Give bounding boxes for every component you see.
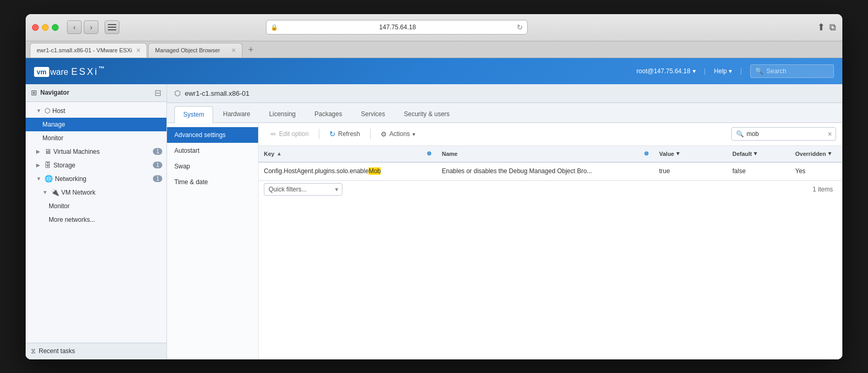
refresh-icon: ↻ bbox=[329, 130, 336, 138]
address-text: 147.75.64.18 bbox=[281, 24, 514, 31]
back-button[interactable]: ‹ bbox=[67, 20, 82, 34]
col-header-value[interactable]: Value ▾ bbox=[654, 146, 727, 162]
tab-esxi-label: ewr1-c1.small.x86-01 - VMware ESXi bbox=[37, 47, 132, 53]
filter-search[interactable]: 🔍 × bbox=[731, 127, 836, 141]
sidebar-item-vmnetwork[interactable]: ▼ 🔌 VM Network bbox=[26, 186, 166, 199]
networking-expand-icon: ▼ bbox=[36, 176, 42, 182]
vmware-logo: vmware ESXi™ bbox=[34, 65, 105, 77]
table-row[interactable]: Config.HostAgent.plugins.solo.enableMob … bbox=[259, 163, 842, 180]
sidebar-item-storage[interactable]: ▶ 🗄 Storage 1 bbox=[26, 159, 166, 172]
page-refresh-button[interactable]: ↻ bbox=[517, 23, 523, 31]
quick-filter-select[interactable]: Quick filters... bbox=[264, 183, 342, 196]
settings-sidebar: Advanced settings Autostart Swap Time & … bbox=[167, 123, 259, 359]
cell-overridden: Yes bbox=[790, 163, 842, 180]
col-header-key[interactable]: Key ▲ ⊛ bbox=[259, 146, 437, 162]
edit-option-button[interactable]: ✏ Edit option bbox=[265, 127, 315, 141]
traffic-lights bbox=[32, 24, 59, 31]
forward-button[interactable]: › bbox=[84, 20, 98, 34]
tab-mob[interactable]: Managed Object Browser × bbox=[148, 43, 242, 58]
share-button[interactable]: ⬆ bbox=[817, 21, 825, 33]
storage-icon: 🗄 bbox=[44, 161, 51, 169]
username-text: root@147.75.64.18 bbox=[637, 67, 691, 75]
svg-rect-1 bbox=[108, 27, 116, 28]
col-sort-value-icon: ▾ bbox=[676, 150, 680, 157]
tab-security-users[interactable]: Security & users bbox=[395, 106, 458, 122]
maximize-button[interactable] bbox=[52, 24, 59, 31]
help-button[interactable]: Help ▾ bbox=[714, 67, 732, 75]
refresh-button[interactable]: ↻ Refresh bbox=[324, 127, 366, 141]
address-bar[interactable]: 🔒 147.75.64.18 ↻ bbox=[266, 20, 528, 35]
tab-esxi-close[interactable]: × bbox=[136, 46, 140, 54]
settings-item-time-date[interactable]: Time & date bbox=[167, 174, 258, 190]
header-search[interactable]: 🔍 bbox=[750, 64, 834, 78]
browser-actions: ⬆ ⧉ bbox=[817, 21, 836, 33]
col-sort-default-icon: ▾ bbox=[754, 150, 757, 157]
settings-item-autostart[interactable]: Autostart bbox=[167, 143, 258, 159]
new-window-button[interactable]: ⧉ bbox=[829, 21, 836, 33]
toolbar-separator-2 bbox=[370, 129, 371, 139]
sidebar-item-vmnetwork-label: VM Network bbox=[61, 189, 162, 196]
browser-window: ‹ › 🔒 147.75.64.18 ↻ ⬆ ⧉ ewr1-c1.small.x… bbox=[26, 14, 842, 359]
sidebar-item-vms-label: Virtual Machines bbox=[53, 148, 151, 155]
tab-services[interactable]: Services bbox=[352, 106, 394, 122]
sidebar-item-networking[interactable]: ▼ 🌐 Networking 1 bbox=[26, 172, 166, 186]
cell-value: true bbox=[654, 163, 727, 180]
app-container: vmware ESXi™ root@147.75.64.18 ▾ | Help … bbox=[26, 58, 842, 359]
minimize-button[interactable] bbox=[42, 24, 49, 31]
navigator-title: Navigator bbox=[40, 89, 151, 96]
tab-mob-label: Managed Object Browser bbox=[155, 47, 220, 53]
breadcrumb: ⬡ ewr1-c1.small.x86-01 bbox=[167, 84, 842, 103]
filter-clear-button[interactable]: × bbox=[828, 130, 832, 138]
new-tab-button[interactable]: + bbox=[243, 43, 258, 58]
cell-name: Enables or disables the Debug Managed Ob… bbox=[437, 163, 654, 180]
sidebar-toggle-button[interactable] bbox=[105, 20, 119, 34]
nav-tree: ▼ ⬡ Host Manage Monitor ▶ 🖥 Virtual M bbox=[26, 102, 166, 343]
sidebar-item-monitor[interactable]: Monitor bbox=[26, 131, 166, 145]
tab-licensing[interactable]: Licensing bbox=[260, 106, 305, 122]
help-dropdown-icon: ▾ bbox=[729, 67, 732, 75]
close-button[interactable] bbox=[32, 24, 39, 31]
filter-search-input[interactable] bbox=[747, 130, 825, 138]
browser-tabs: ewr1-c1.small.x86-01 - VMware ESXi × Man… bbox=[26, 41, 842, 58]
col-filter-key-icon[interactable]: ⊛ bbox=[427, 150, 431, 157]
actions-dropdown-icon: ▾ bbox=[413, 131, 415, 137]
recent-tasks-bar[interactable]: ⧖ Recent tasks bbox=[26, 343, 166, 359]
quick-filters-bar: Quick filters... ▾ 1 items bbox=[259, 180, 842, 198]
main-panel: ⬡ ewr1-c1.small.x86-01 System Hardware L… bbox=[167, 84, 842, 359]
header-right: root@147.75.64.18 ▾ | Help ▾ | 🔍 bbox=[637, 64, 834, 78]
content-area: ⊞ Navigator ⊟ ▼ ⬡ Host Manage Monit bbox=[26, 84, 842, 359]
sidebar-item-manage[interactable]: Manage bbox=[26, 118, 166, 131]
settings-item-advanced[interactable]: Advanced settings bbox=[167, 127, 258, 143]
navigator-icon: ⊞ bbox=[31, 88, 37, 97]
col-header-name[interactable]: Name ⊛ bbox=[437, 146, 654, 162]
breadcrumb-text: ewr1-c1.small.x86-01 bbox=[185, 89, 250, 97]
actions-button[interactable]: ⚙ Actions ▾ bbox=[375, 127, 421, 141]
sidebar-item-vmnetwork-monitor[interactable]: Monitor bbox=[26, 199, 166, 213]
navigator-collapse-button[interactable]: ⊟ bbox=[154, 88, 161, 98]
sidebar-item-host-label: Host bbox=[52, 107, 162, 115]
vms-expand-icon: ▶ bbox=[36, 149, 42, 154]
sidebar-item-manage-label: Manage bbox=[42, 121, 162, 128]
header-search-input[interactable] bbox=[766, 67, 829, 75]
user-info[interactable]: root@147.75.64.18 ▾ bbox=[637, 67, 696, 75]
sidebar-item-storage-label: Storage bbox=[53, 162, 151, 169]
sidebar-item-vms[interactable]: ▶ 🖥 Virtual Machines 1 bbox=[26, 145, 166, 159]
sidebar-item-host[interactable]: ▼ ⬡ Host bbox=[26, 104, 166, 118]
col-header-overridden[interactable]: Overridden ▾ bbox=[790, 146, 842, 162]
storage-badge: 1 bbox=[153, 162, 162, 168]
tab-esxi[interactable]: ewr1-c1.small.x86-01 - VMware ESXi × bbox=[30, 43, 147, 58]
tab-hardware[interactable]: Hardware bbox=[214, 106, 259, 122]
sidebar-item-more-networks-label: More networks... bbox=[49, 216, 162, 223]
items-count: 1 items bbox=[813, 186, 837, 193]
tab-system[interactable]: System bbox=[174, 106, 213, 123]
sidebar-item-more-networks[interactable]: More networks... bbox=[26, 213, 166, 227]
settings-panel: Advanced settings Autostart Swap Time & … bbox=[167, 123, 842, 359]
data-table: Key ▲ ⊛ Name ⊛ Value ▾ bbox=[259, 146, 842, 359]
col-header-default[interactable]: Default ▾ bbox=[727, 146, 790, 162]
tab-packages[interactable]: Packages bbox=[306, 106, 351, 122]
col-filter-name-icon[interactable]: ⊛ bbox=[644, 150, 649, 157]
tab-mob-close[interactable]: × bbox=[231, 46, 236, 54]
settings-item-swap[interactable]: Swap bbox=[167, 159, 258, 174]
browser-titlebar: ‹ › 🔒 147.75.64.18 ↻ ⬆ ⧉ bbox=[26, 14, 842, 41]
recent-tasks-icon: ⧖ bbox=[31, 347, 36, 355]
